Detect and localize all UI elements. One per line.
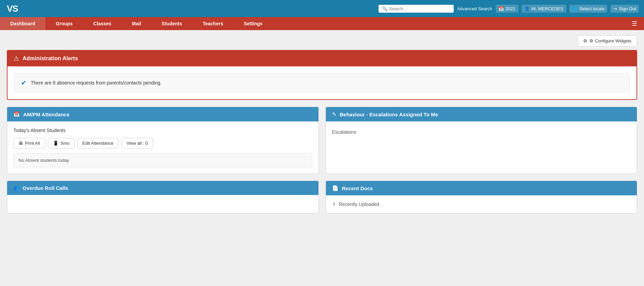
behaviour-body: Escalations — [326, 121, 637, 143]
sms-icon: 📱 — [53, 141, 58, 146]
edit-icon: ✎ — [332, 111, 337, 117]
calendar-widget-icon: 📅 — [13, 111, 20, 117]
attendance-widget: 📅 AM/PM Attendance Today's Absent Studen… — [7, 107, 319, 174]
select-locale-button[interactable]: 🌐 Select locale — [570, 5, 607, 13]
behaviour-title: Behaviour - Escalations Assigned To Me — [340, 112, 438, 117]
upload-icon: ⇧ — [332, 202, 336, 207]
nav-item-groups[interactable]: Groups — [45, 17, 83, 30]
page-content: ⚙ ⚙ Configure Widgets ⚠ Administration A… — [0, 30, 644, 225]
calendar-icon: 📅 — [498, 6, 504, 11]
admin-alerts-body: ✔ There are 8 absence requests from pare… — [8, 66, 636, 99]
signout-icon: ↪ — [613, 6, 617, 11]
logo-area: VS — [0, 3, 25, 14]
recent-docs-title: Recent Docs — [342, 185, 373, 191]
calendar-icon-box: 📅 2021 — [496, 5, 518, 13]
document-icon: 📄 — [332, 185, 339, 191]
search-icon: 🔍 — [382, 6, 387, 11]
locale-icon: 🌐 — [572, 6, 578, 11]
widgets-grid: 📅 AM/PM Attendance Today's Absent Studen… — [7, 107, 637, 174]
attendance-body: Today's Absent Students 🖶 Print All 📱 Sm… — [7, 121, 318, 173]
today-absent-label: Today's Absent Students — [13, 128, 312, 133]
attendance-title: AM/PM Attendance — [23, 112, 69, 117]
configure-widgets-bar: ⚙ ⚙ Configure Widgets — [7, 35, 637, 47]
admin-alerts-header: ⚠ Administration Alerts — [8, 51, 636, 66]
recent-docs-header: 📄 Recent Docs — [326, 181, 637, 195]
escalations-label: Escalations — [332, 128, 631, 136]
check-circle-icon: ✔ — [21, 79, 27, 87]
header-right: 🔍 Advanced Search 📅 2021 👤 Hi, MERCEDES … — [373, 5, 644, 13]
attendance-buttons: 🖶 Print All 📱 Sms Edit Attendance View a… — [13, 138, 312, 148]
sms-button[interactable]: 📱 Sms — [48, 138, 74, 148]
recent-docs-body: ⇧ Recently Uploaded — [326, 195, 637, 213]
logo: VS — [7, 3, 18, 14]
recent-docs-widget: 📄 Recent Docs ⇧ Recently Uploaded — [326, 181, 638, 213]
nav-item-teachers[interactable]: Teachers — [192, 17, 233, 30]
admin-alerts-title: Administration Alerts — [23, 55, 78, 62]
overdue-body — [7, 195, 318, 207]
admin-alerts-panel: ⚠ Administration Alerts ✔ There are 8 ab… — [7, 50, 637, 100]
user-icon-box: 👤 Hi, MERCEDES — [522, 5, 566, 13]
no-absent-message: No Absent students today — [13, 153, 312, 167]
nav-item-settings[interactable]: Settings — [233, 17, 273, 30]
nav-bar: Dashboard Groups Classes Mail Students T… — [0, 17, 644, 30]
advanced-search-button[interactable]: Advanced Search — [457, 6, 492, 11]
search-input[interactable] — [389, 6, 450, 11]
recently-uploaded: ⇧ Recently Uploaded — [332, 202, 631, 207]
nav-item-dashboard[interactable]: Dashboard — [0, 17, 45, 30]
nav-item-mail[interactable]: Mail — [122, 17, 151, 30]
signout-icon-box: ↪ Sign Out — [611, 5, 639, 13]
top-header: VS 🔍 Advanced Search 📅 2021 👤 Hi, MERCED… — [0, 0, 644, 17]
view-all-button[interactable]: View all : 0 — [121, 138, 153, 148]
locale-icon-box: 🌐 Select locale — [570, 5, 607, 13]
overdue-widget: 👥 Overdue Roll Calls — [7, 181, 319, 213]
second-widgets-grid: 👥 Overdue Roll Calls 📄 Recent Docs ⇧ Rec… — [7, 181, 637, 213]
user-icon: 👤 — [524, 6, 530, 11]
sign-out-button[interactable]: ↪ Sign Out — [611, 5, 639, 13]
nav-item-classes[interactable]: Classes — [83, 17, 122, 30]
gear-icon: ⚙ — [583, 38, 587, 43]
hamburger-icon[interactable]: ☰ — [625, 17, 644, 30]
overdue-title: Overdue Roll Calls — [23, 185, 68, 191]
overdue-header: 👥 Overdue Roll Calls — [7, 181, 318, 195]
alert-icon: ⚠ — [14, 55, 19, 62]
configure-widgets-button[interactable]: ⚙ ⚙ Configure Widgets — [577, 35, 637, 47]
alert-message: There are 8 absence requests from parent… — [31, 80, 162, 86]
alert-item: ✔ There are 8 absence requests from pare… — [14, 73, 630, 92]
nav-item-students[interactable]: Students — [151, 17, 192, 30]
year-button[interactable]: 📅 2021 — [496, 5, 518, 13]
users-icon: 👥 — [13, 185, 19, 191]
search-box[interactable]: 🔍 — [379, 5, 454, 13]
user-greeting-button[interactable]: 👤 Hi, MERCEDES — [522, 5, 566, 13]
print-all-button[interactable]: 🖶 Print All — [13, 138, 45, 148]
behaviour-widget: ✎ Behaviour - Escalations Assigned To Me… — [326, 107, 638, 174]
behaviour-header: ✎ Behaviour - Escalations Assigned To Me — [326, 107, 637, 121]
edit-attendance-button[interactable]: Edit Attendance — [77, 138, 119, 148]
attendance-header: 📅 AM/PM Attendance — [7, 107, 318, 121]
printer-icon: 🖶 — [18, 141, 23, 146]
